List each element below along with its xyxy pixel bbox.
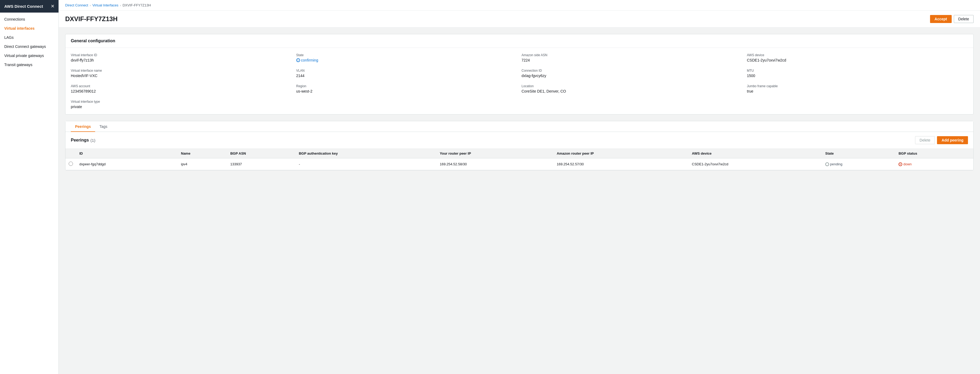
config-vif-name-value: HostedVIF-VXC — [71, 74, 292, 78]
delete-button[interactable]: Delete — [954, 15, 974, 23]
close-icon[interactable]: ✕ — [51, 4, 54, 9]
add-peering-button[interactable]: Add peering — [937, 136, 968, 144]
page-header: DXVIF-FFY7Z13H Accept Delete — [59, 11, 980, 27]
row-bgp-asn: 133937 — [227, 158, 296, 170]
peerings-title: Peerings — [71, 138, 89, 142]
table-header-row: ID Name BGP ASN BGP authentication key Y… — [65, 149, 973, 158]
config-vif-type: Virtual interface type private — [71, 100, 292, 109]
row-name: ipv4 — [178, 158, 227, 170]
config-location-value: CoreSite DE1, Denver, CO — [522, 89, 743, 93]
config-empty-2 — [522, 100, 743, 109]
row-bgp-status: ✕ down — [895, 158, 973, 170]
sidebar-item-connections[interactable]: Connections — [0, 15, 59, 24]
row-id: dxpeer-fgq7ddgd — [76, 158, 178, 170]
breadcrumb-chevron-1: › — [90, 4, 91, 7]
breadcrumb-virtual-interfaces[interactable]: Virtual Interfaces — [92, 3, 118, 7]
config-state: State i confirming — [296, 53, 517, 62]
config-vif-id: Virtual interface ID dxvif-ffy7z13h — [71, 53, 292, 62]
config-state-value: i confirming — [296, 58, 517, 62]
config-region-value: us-west-2 — [296, 89, 517, 93]
sidebar: AWS Direct Connect ✕ Connections Virtual… — [0, 0, 59, 374]
config-grid: Virtual interface ID dxvif-ffy7z13h Stat… — [71, 53, 968, 109]
row-your-router-peer-ip: 169.254.52.58/30 — [437, 158, 554, 170]
page-title: DXVIF-FFY7Z13H — [65, 15, 118, 23]
col-your-router-peer-ip: Your router peer IP — [437, 149, 554, 158]
config-vlan-label: VLAN — [296, 69, 517, 72]
config-jumbo-frame: Jumbo frame capable true — [747, 84, 968, 93]
config-mtu-value: 1500 — [747, 74, 968, 78]
config-aws-account: AWS account 123456789012 — [71, 84, 292, 93]
config-amazon-asn-label: Amazon side ASN — [522, 53, 743, 57]
config-amazon-asn-value: 7224 — [522, 58, 743, 62]
col-bgp-asn: BGP ASN — [227, 149, 296, 158]
config-aws-device-value: CSDE1-2yu7oxvi7w2cd — [747, 58, 968, 62]
down-icon: ✕ — [899, 162, 902, 166]
config-state-label: State — [296, 53, 517, 57]
accept-button[interactable]: Accept — [930, 15, 952, 23]
status-pending: pending — [825, 162, 892, 166]
config-empty-1 — [296, 100, 517, 109]
status-info-icon: i — [296, 58, 300, 62]
config-aws-account-value: 123456789012 — [71, 89, 292, 93]
table-row: dxpeer-fgq7ddgd ipv4 133937 - 169.254.52… — [65, 158, 973, 170]
config-aws-device-label: AWS device — [747, 53, 968, 57]
config-region-label: Region — [296, 84, 517, 88]
general-config-card: General configuration Virtual interface … — [65, 34, 974, 115]
row-amazon-router-peer-ip: 169.254.52.57/30 — [554, 158, 689, 170]
config-region: Region us-west-2 — [296, 84, 517, 93]
peerings-delete-button[interactable]: Delete — [915, 136, 935, 144]
config-jumbo-frame-value: true — [747, 89, 968, 93]
peerings-title-group: Peerings (1) — [71, 138, 95, 142]
row-state-text: pending — [830, 162, 842, 166]
config-vif-type-label: Virtual interface type — [71, 100, 292, 104]
config-vlan-value: 2144 — [296, 74, 517, 78]
col-bgp-status: BGP status — [895, 149, 973, 158]
config-empty-3 — [747, 100, 968, 109]
row-bgp-auth-key: - — [296, 158, 437, 170]
content-area: General configuration Virtual interface … — [59, 27, 980, 374]
peerings-actions: Delete Add peering — [915, 136, 968, 144]
tab-tags[interactable]: Tags — [95, 121, 112, 132]
config-connection-id-label: Connection ID — [522, 69, 743, 72]
config-vif-name: Virtual interface name HostedVIF-VXC — [71, 69, 292, 78]
row-select-cell[interactable] — [65, 158, 76, 170]
general-config-body: Virtual interface ID dxvif-ffy7z13h Stat… — [65, 48, 973, 114]
main-content: Direct Connect › Virtual Interfaces › DX… — [59, 0, 980, 374]
config-vlan: VLAN 2144 — [296, 69, 517, 78]
config-aws-account-label: AWS account — [71, 84, 292, 88]
col-aws-device: AWS device — [689, 149, 822, 158]
header-actions: Accept Delete — [930, 15, 974, 23]
config-mtu-label: MTU — [747, 69, 968, 72]
config-aws-device: AWS device CSDE1-2yu7oxvi7w2cd — [747, 53, 968, 62]
sidebar-item-direct-connect-gateways[interactable]: Direct Connect gateways — [0, 42, 59, 51]
col-name: Name — [178, 149, 227, 158]
config-jumbo-frame-label: Jumbo frame capable — [747, 84, 968, 88]
row-aws-device: CSDE1-2yu7oxvi7w2cd — [689, 158, 822, 170]
peerings-header: Peerings (1) Delete Add peering — [65, 132, 973, 149]
sidebar-item-virtual-interfaces[interactable]: Virtual interfaces — [0, 24, 59, 33]
row-radio[interactable] — [68, 161, 73, 166]
config-connection-id-value: dxlag-fgvcy6zy — [522, 74, 743, 78]
general-config-title: General configuration — [65, 34, 973, 48]
config-location-label: Location — [522, 84, 743, 88]
peerings-table: ID Name BGP ASN BGP authentication key Y… — [65, 149, 973, 170]
col-bgp-auth-key: BGP authentication key — [296, 149, 437, 158]
col-state: State — [822, 149, 895, 158]
sidebar-item-lags[interactable]: LAGs — [0, 33, 59, 42]
tab-peerings[interactable]: Peerings — [71, 121, 95, 132]
breadcrumb-direct-connect[interactable]: Direct Connect — [65, 3, 88, 7]
sidebar-item-transit-gateways[interactable]: Transit gateways — [0, 60, 59, 69]
config-mtu: MTU 1500 — [747, 69, 968, 78]
sidebar-nav: Connections Virtual interfaces LAGs Dire… — [0, 13, 59, 69]
tabs-container: Peerings Tags — [65, 121, 973, 132]
config-vif-id-label: Virtual interface ID — [71, 53, 292, 57]
sidebar-item-virtual-private-gateways[interactable]: Virtual private gateways — [0, 51, 59, 60]
breadcrumb: Direct Connect › Virtual Interfaces › DX… — [59, 0, 980, 11]
col-id: ID — [76, 149, 178, 158]
config-amazon-asn: Amazon side ASN 7224 — [522, 53, 743, 62]
peerings-table-wrapper: ID Name BGP ASN BGP authentication key Y… — [65, 149, 973, 170]
peerings-count: (1) — [91, 138, 95, 142]
config-location: Location CoreSite DE1, Denver, CO — [522, 84, 743, 93]
breadcrumb-current: DXVIF-FFY7Z13H — [123, 3, 151, 7]
row-state: pending — [822, 158, 895, 170]
